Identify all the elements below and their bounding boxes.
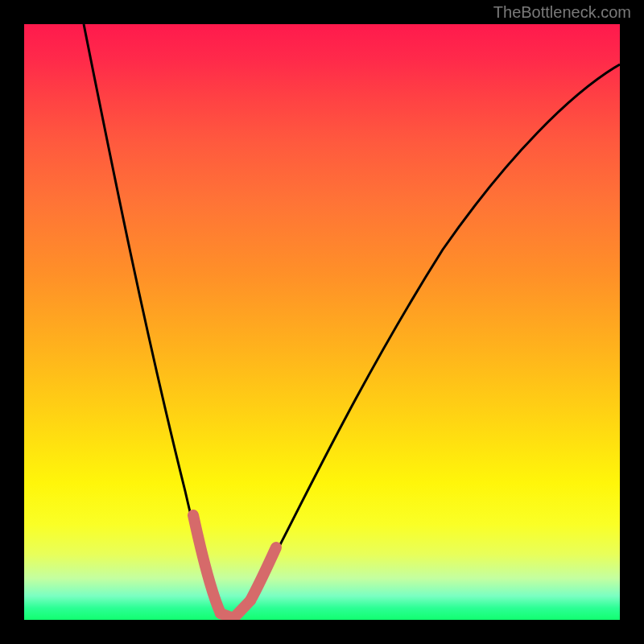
highlight-marker-left xyxy=(193,515,221,613)
plot-area xyxy=(24,24,620,620)
curve-layer xyxy=(24,24,620,620)
highlight-marker-right xyxy=(250,547,276,601)
chart-frame: TheBottleneck.com xyxy=(0,0,644,644)
watermark-text: TheBottleneck.com xyxy=(493,3,631,22)
bottleneck-curve xyxy=(84,24,620,618)
